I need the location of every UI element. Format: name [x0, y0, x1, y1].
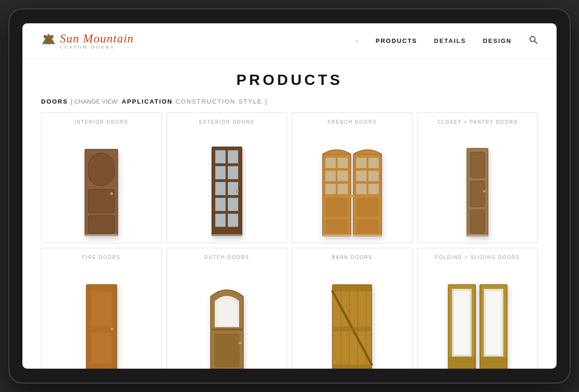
- svg-rect-85: [448, 357, 475, 369]
- search-icon[interactable]: [529, 35, 538, 47]
- svg-rect-35: [356, 171, 367, 181]
- svg-point-50: [483, 190, 486, 193]
- product-card-closet[interactable]: CLOSET + PANTRY DOORS: [417, 112, 538, 243]
- main-content: PRODUCTS DOORS [ CHANGE VIEW: APPLICATIO…: [22, 58, 557, 369]
- svg-point-60: [111, 328, 113, 330]
- logo-area: Sun Mountain CUSTOM DOORS: [41, 32, 134, 49]
- products-grid: INTERIOR DOORS: [41, 112, 538, 369]
- svg-rect-55: [86, 285, 117, 291]
- header: Sun Mountain CUSTOM DOORS ‹ PRODUCTS DET…: [22, 23, 557, 58]
- product-label-fire: FIRE DOORS: [82, 255, 120, 260]
- svg-rect-11: [85, 234, 118, 237]
- svg-point-3: [50, 35, 54, 38]
- svg-rect-45: [323, 235, 381, 237]
- product-label-barn: BARN DOORS: [332, 255, 373, 260]
- filter-primary-label[interactable]: DOORS: [41, 98, 68, 105]
- svg-rect-36: [368, 171, 379, 181]
- svg-rect-39: [325, 198, 348, 217]
- svg-rect-22: [228, 214, 238, 227]
- svg-point-10: [110, 192, 113, 195]
- svg-rect-14: [228, 150, 238, 163]
- svg-rect-48: [470, 181, 485, 207]
- filter-bar: DOORS [ CHANGE VIEW: APPLICATION CONSTRU…: [41, 98, 538, 105]
- svg-rect-24: [212, 234, 242, 237]
- svg-line-5: [535, 41, 537, 43]
- svg-rect-13: [215, 150, 226, 163]
- brand-name: Sun Mountain: [60, 32, 134, 46]
- svg-rect-73: [332, 364, 372, 369]
- svg-rect-31: [325, 184, 336, 194]
- svg-rect-30: [338, 171, 348, 181]
- door-visual-french: [297, 129, 408, 238]
- svg-rect-79: [454, 291, 470, 355]
- svg-rect-21: [215, 214, 226, 227]
- svg-rect-59: [92, 334, 111, 363]
- svg-rect-63: [214, 334, 240, 367]
- nav-design[interactable]: DESIGN: [483, 37, 512, 44]
- door-visual-dutch: [172, 265, 282, 369]
- screen: Sun Mountain CUSTOM DOORS ‹ PRODUCTS DET…: [22, 23, 557, 369]
- svg-rect-20: [228, 198, 238, 211]
- door-visual-interior: [46, 129, 157, 238]
- svg-rect-17: [215, 182, 226, 195]
- door-visual-fire: [46, 265, 157, 369]
- svg-rect-34: [368, 158, 379, 168]
- svg-rect-49: [470, 210, 485, 233]
- svg-rect-58: [92, 293, 111, 324]
- svg-point-2: [43, 35, 47, 38]
- main-nav: ‹ PRODUCTS DETAILS DESIGN: [355, 35, 538, 47]
- product-card-exterior[interactable]: EXTERIOR DOORS: [167, 112, 288, 243]
- svg-rect-9: [88, 216, 114, 233]
- svg-rect-28: [338, 158, 348, 168]
- svg-rect-37: [356, 184, 367, 194]
- svg-rect-47: [470, 152, 485, 178]
- product-card-french[interactable]: FRENCH DOORS: [292, 112, 413, 243]
- svg-rect-15: [215, 166, 226, 179]
- door-visual-barn: [297, 265, 408, 369]
- product-card-barn[interactable]: BARN DOORS: [292, 248, 413, 369]
- svg-point-44: [352, 195, 354, 197]
- svg-point-65: [239, 342, 241, 344]
- product-card-dutch[interactable]: DUTCH DOORS: [167, 248, 288, 369]
- svg-rect-7: [88, 153, 114, 186]
- svg-rect-51: [467, 235, 488, 237]
- svg-rect-75: [332, 327, 372, 331]
- filter-bracket-close: ]: [265, 98, 267, 105]
- svg-rect-57: [86, 364, 117, 369]
- page-title: PRODUCTS: [41, 71, 538, 89]
- product-card-interior[interactable]: INTERIOR DOORS: [41, 112, 162, 243]
- product-label-interior: INTERIOR DOORS: [75, 119, 128, 125]
- brand-tagline: CUSTOM DOORS: [60, 45, 115, 49]
- svg-rect-32: [338, 184, 348, 194]
- product-label-exterior: EXTERIOR DOORS: [199, 119, 254, 125]
- product-card-fire[interactable]: FIRE DOORS: [41, 248, 162, 369]
- svg-point-23: [236, 190, 239, 193]
- svg-rect-18: [228, 182, 238, 195]
- door-visual-exterior: [172, 129, 282, 238]
- product-label-folding: FOLDING + SLIDING DOORS: [435, 255, 520, 260]
- product-card-folding[interactable]: FOLDING + SLIDING DOORS: [417, 248, 538, 369]
- filter-application[interactable]: APPLICATION: [122, 98, 173, 105]
- product-label-closet: CLOSET + PANTRY DOORS: [438, 119, 518, 125]
- filter-style[interactable]: STYLE: [239, 98, 262, 105]
- svg-rect-41: [325, 219, 348, 233]
- filter-construction[interactable]: CONSTRUCTION: [176, 98, 236, 105]
- nav-details[interactable]: DETAILS: [434, 37, 466, 44]
- svg-point-4: [530, 36, 535, 42]
- svg-rect-38: [368, 184, 379, 194]
- svg-rect-16: [228, 166, 238, 179]
- svg-rect-72: [332, 285, 372, 291]
- svg-rect-42: [356, 219, 379, 233]
- product-label-french: FRENCH DOORS: [328, 119, 377, 125]
- nav-products[interactable]: PRODUCTS: [376, 37, 417, 44]
- svg-rect-33: [356, 158, 367, 168]
- svg-rect-29: [325, 171, 336, 181]
- tablet-frame: Sun Mountain CUSTOM DOORS ‹ PRODUCTS DET…: [9, 9, 570, 383]
- svg-rect-86: [480, 357, 507, 369]
- nav-back-button[interactable]: ‹: [355, 35, 359, 47]
- door-visual-closet: [423, 129, 533, 238]
- svg-rect-19: [215, 198, 226, 211]
- svg-rect-1: [47, 38, 50, 44]
- filter-bracket-open: [ CHANGE VIEW:: [71, 98, 119, 105]
- logo-icon: [41, 32, 56, 45]
